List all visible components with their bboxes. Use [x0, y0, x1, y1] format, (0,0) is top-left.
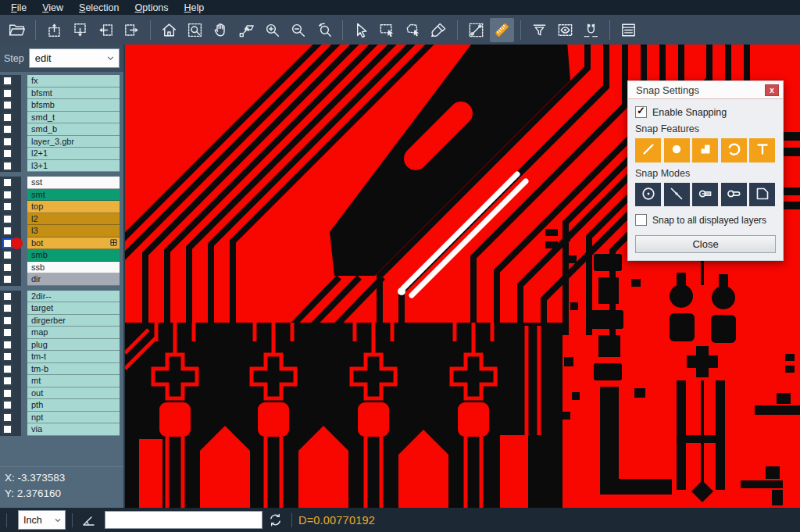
layer-row-out[interactable]: out: [0, 387, 123, 400]
dialog-close-button[interactable]: x: [765, 84, 779, 96]
layer-label[interactable]: smd_b: [27, 123, 120, 136]
layer-label[interactable]: smt: [27, 189, 120, 202]
layer-label[interactable]: bfsmt: [27, 87, 120, 100]
layer-label[interactable]: bot: [27, 237, 120, 250]
layer-visibility-checkbox[interactable]: [2, 327, 12, 337]
layer-label[interactable]: layer_3.gbr: [27, 136, 120, 148]
pan-up-button[interactable]: [42, 18, 66, 42]
sync-icon[interactable]: [267, 512, 284, 528]
angle-measure-icon[interactable]: [80, 512, 97, 528]
ruler-button[interactable]: [490, 18, 514, 42]
layer-label[interactable]: 2dir--: [27, 291, 120, 303]
layers-panel-button[interactable]: [616, 18, 641, 42]
snap-surface-button[interactable]: [692, 138, 718, 162]
layer-visibility-checkbox[interactable]: [2, 177, 12, 187]
rect-select-button[interactable]: [375, 18, 399, 42]
layer-label[interactable]: bfsmb: [27, 99, 120, 112]
brush-button[interactable]: [427, 18, 451, 42]
layer-row-bfsmt[interactable]: bfsmt: [0, 87, 123, 100]
layer-row-fx[interactable]: fx: [0, 75, 123, 87]
snap-line-button[interactable]: [635, 138, 661, 162]
layer-row-smd_b[interactable]: smd_b: [0, 123, 123, 136]
layer-visibility-checkbox[interactable]: [2, 100, 12, 110]
layer-row-smd_t[interactable]: smd_t: [0, 112, 123, 124]
layer-visibility-checkbox[interactable]: [2, 88, 12, 98]
layer-row-2dir--[interactable]: 2dir--: [0, 291, 123, 303]
layer-row-via[interactable]: via: [0, 423, 123, 436]
layer-label[interactable]: dirgerber: [27, 315, 120, 327]
layer-row-l2[interactable]: l2: [0, 213, 123, 226]
layer-label[interactable]: l2: [27, 213, 120, 226]
layer-row-dirgerber[interactable]: dirgerber: [0, 315, 123, 327]
layer-visibility-checkbox[interactable]: [2, 364, 12, 374]
snap-text-button[interactable]: [749, 138, 775, 162]
filter-button[interactable]: [527, 18, 552, 42]
home-view-button[interactable]: [157, 18, 181, 42]
layer-row-layer_3.gbr[interactable]: layer_3.gbr: [0, 136, 123, 148]
layer-visibility-checkbox[interactable]: [2, 190, 12, 200]
snap-pad-button[interactable]: [664, 138, 690, 162]
layer-row-mt[interactable]: mt: [0, 375, 123, 387]
layer-row-tm-t[interactable]: tm-t: [0, 351, 123, 363]
snap-polygon-corner-button[interactable]: [749, 183, 775, 206]
layer-visibility-checkbox[interactable]: [2, 388, 12, 398]
layer-label[interactable]: npt: [27, 412, 120, 424]
layer-row-bfsmb[interactable]: bfsmb: [0, 99, 123, 112]
layer-label[interactable]: map: [27, 327, 120, 339]
layer-label[interactable]: target: [27, 302, 120, 315]
layer-row-tm-b[interactable]: tm-b: [0, 363, 123, 376]
layer-visibility-checkbox[interactable]: [2, 262, 12, 273]
layer-visibility-checkbox[interactable]: [2, 303, 12, 313]
layer-label[interactable]: ssb: [27, 262, 120, 274]
layer-visibility-checkbox[interactable]: [2, 340, 12, 350]
step-select[interactable]: edit: [29, 48, 120, 68]
layer-visibility-checkbox[interactable]: [2, 250, 12, 260]
snap-closest-point-button[interactable]: [664, 183, 690, 206]
pan-down-button[interactable]: [68, 18, 92, 42]
layer-row-smb[interactable]: smb: [0, 249, 123, 262]
move-view-button[interactable]: [234, 18, 259, 42]
layer-label[interactable]: dir: [27, 273, 120, 286]
zoom-region-button[interactable]: [183, 18, 207, 42]
layer-row-l3+1[interactable]: l3+1: [0, 160, 123, 173]
layer-label[interactable]: fx: [27, 75, 120, 87]
layer-visibility-checkbox[interactable]: [2, 76, 12, 86]
pan-right-button[interactable]: [120, 18, 144, 42]
snap-center-button[interactable]: [635, 183, 661, 206]
open-folder-button[interactable]: [5, 18, 29, 42]
layer-visibility-checkbox[interactable]: [2, 112, 12, 123]
snap-arc-button[interactable]: [721, 138, 747, 162]
layer-visibility-checkbox[interactable]: [2, 214, 12, 224]
layer-label[interactable]: smb: [27, 249, 120, 262]
menu-help[interactable]: Help: [177, 2, 212, 14]
zoom-previous-button[interactable]: [312, 18, 336, 42]
layer-row-dir[interactable]: dir: [0, 273, 123, 286]
pan-left-button[interactable]: [94, 18, 118, 42]
menu-file[interactable]: File: [3, 2, 34, 14]
layer-label[interactable]: sst: [27, 177, 120, 189]
dialog-titlebar[interactable]: Snap Settings x: [628, 81, 783, 99]
layer-label[interactable]: tm-b: [27, 363, 120, 376]
snap-slot-axis-button[interactable]: [692, 183, 718, 206]
enable-snapping-row[interactable]: Enable Snapping: [635, 106, 776, 118]
layer-label[interactable]: l3+1: [27, 160, 120, 173]
snap-all-layers-checkbox[interactable]: [635, 214, 647, 226]
layer-label[interactable]: smd_t: [27, 112, 120, 124]
layer-visibility-checkbox[interactable]: [2, 412, 12, 423]
layer-row-l3[interactable]: l3: [0, 225, 123, 237]
zoom-out-button[interactable]: [286, 18, 310, 42]
pan-hand-button[interactable]: [209, 18, 233, 42]
layer-visibility-checkbox[interactable]: [2, 226, 12, 236]
layer-row-bot[interactable]: bot: [0, 237, 123, 250]
layer-visibility-checkbox[interactable]: [2, 316, 12, 326]
layer-visibility-checkbox[interactable]: [2, 124, 12, 134]
layer-visibility-checkbox[interactable]: [2, 148, 12, 159]
select-arrow-button[interactable]: [349, 18, 373, 42]
layer-visibility-checkbox[interactable]: [2, 274, 12, 284]
layer-label[interactable]: pth: [27, 399, 120, 412]
measure-input[interactable]: [105, 511, 262, 529]
layer-row-plug[interactable]: plug: [0, 339, 123, 352]
show-region-button[interactable]: [553, 18, 577, 42]
layer-label[interactable]: l3: [27, 225, 120, 237]
menu-view[interactable]: View: [34, 2, 71, 14]
